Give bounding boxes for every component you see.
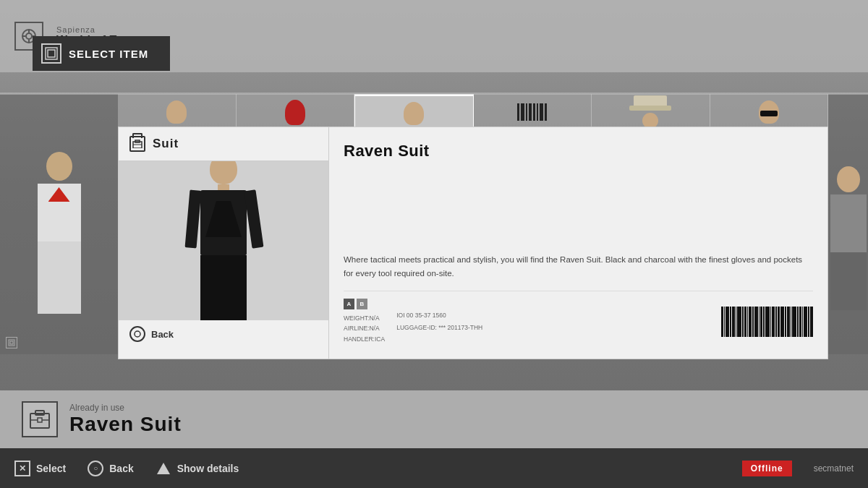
network-status: Offline [751,463,783,474]
bottom-text-group: Already in use Raven Suit [69,403,182,436]
bar [780,307,784,337]
char-head [837,166,860,192]
bar [759,307,760,337]
modal-right-panel: Raven Suit Where tactical meets practica… [328,127,827,359]
modal-inner: Suit [119,127,827,359]
select-item-bar: Select Item [33,36,170,71]
select-item-icon [41,43,61,64]
far-right-character [828,152,868,354]
item-name-title: Raven Suit [344,142,813,160]
side-character-right [828,94,868,354]
bar [763,307,765,337]
char-head [46,152,72,181]
barcode-container [721,307,813,337]
char-body [830,194,867,252]
svg-rect-9 [10,341,13,344]
location-label: Sapienza [56,25,169,34]
action-bar: ✕ Select ○ Back Show details Offline sec… [0,448,868,488]
show-details-button[interactable]: Show details [156,461,239,476]
bar [747,307,748,337]
spec-text: WEIGHT:N/A AIRLINE:N/A HANDLER:ICA [344,313,385,344]
bar [726,307,729,337]
bar [775,307,777,337]
bar [791,307,791,337]
carousel-thumb-2[interactable] [237,94,355,130]
modal-left-panel: Suit [119,127,328,359]
bar [792,307,796,337]
char-head [210,161,237,184]
select-label: Select [36,463,66,474]
modal-back-label: Back [151,329,174,340]
svg-point-13 [135,331,140,337]
ioi-code: IOI 00 35-37 1560 [396,309,482,321]
airline-text: AIRLINE:N/A [344,323,385,333]
svg-rect-7 [48,50,55,57]
back-circle-icon: ○ [88,461,103,476]
badge-b: B [357,299,367,309]
select-button[interactable]: ✕ Select [14,461,66,476]
spec-badges: A B [344,299,385,309]
bar [770,307,771,337]
select-item-label: Select Item [69,48,148,60]
bar [760,307,762,337]
character-render [119,161,328,320]
thumb-cowboy [634,95,667,129]
carousel-thumb-4[interactable] [474,94,592,130]
thumb-sunglasses [759,100,779,124]
bar [799,307,801,337]
bar [724,307,725,337]
bar [732,307,735,337]
left-panel-header: Suit [119,127,328,161]
thumb-head-1 [166,100,187,124]
bar [772,307,775,337]
weight-text: WEIGHT:N/A [344,313,385,323]
metadata-row: A B WEIGHT:N/A AIRLINE:N/A HANDLER:ICA I… [344,291,813,344]
char-legs [830,252,867,310]
modal-back-button[interactable]: Back [119,320,328,348]
bar [802,307,803,337]
bar [737,307,741,337]
carousel-thumb-6[interactable] [710,94,829,130]
bar [730,307,731,337]
bar [804,307,807,337]
bar [754,307,758,337]
white-suit-character [12,137,106,354]
char-body [38,184,81,241]
spec-block: A B WEIGHT:N/A AIRLINE:N/A HANDLER:ICA [344,299,385,344]
back-button[interactable]: ○ Back [88,461,133,476]
thumb-head-3 [404,102,424,125]
svg-rect-8 [9,340,14,346]
luggage-id: LUGGAGE-ID: *** 201173-THH [396,322,482,333]
bottom-info-panel: Already in use Raven Suit [0,390,868,448]
item-description: Where tactical meets practical and styli… [344,253,813,281]
bar [736,307,736,337]
raven-suit-character [200,161,247,320]
show-details-label: Show details [177,463,239,474]
back-label: Back [109,463,133,474]
char-arm-right [244,189,264,248]
section-divider [0,93,868,95]
bar [808,307,809,337]
ioi-block: IOI 00 35-37 1560 LUGGAGE-ID: *** 201173… [396,309,482,333]
bar [742,307,744,337]
detail-empty-space [344,166,813,253]
svg-point-1 [26,33,32,39]
metadata-inner: A B WEIGHT:N/A AIRLINE:N/A HANDLER:ICA I… [344,299,813,344]
bar [787,307,790,337]
badge-a: A [344,299,354,309]
offline-badge: Offline [742,461,792,476]
bar [744,307,746,337]
carousel-thumb-5[interactable] [592,94,710,130]
suit-category-label: Suit [153,137,179,151]
bar [765,307,770,337]
svg-rect-17 [38,418,42,422]
item-detail-modal: Suit [118,127,828,359]
carousel-thumb-3-active[interactable] [354,94,474,130]
carousel-thumb-1[interactable] [118,94,237,130]
handler-text: HANDLER:ICA [344,334,385,344]
already-in-use-section: Already in use Raven Suit [22,401,182,437]
thumb-barcode [517,103,547,121]
char-collar [48,187,70,202]
char-legs [200,255,247,320]
bar [810,307,813,337]
